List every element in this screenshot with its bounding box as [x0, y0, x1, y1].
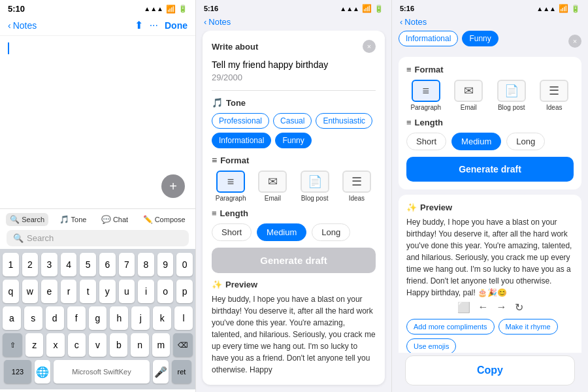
key-o[interactable]: o: [157, 280, 174, 303]
key-0[interactable]: 0: [176, 253, 193, 276]
search-box[interactable]: 🔍 Search: [7, 230, 189, 246]
chip-funny[interactable]: Funny: [275, 133, 311, 148]
format-ideas[interactable]: ☰ Ideas: [338, 171, 376, 202]
len-short-p3[interactable]: Short: [406, 133, 446, 150]
key-d[interactable]: d: [46, 306, 64, 330]
prev-icon[interactable]: ←: [478, 301, 489, 314]
len-long-p3[interactable]: Long: [506, 133, 545, 150]
shift-key[interactable]: ⇧: [3, 333, 22, 357]
num-key[interactable]: 123: [4, 360, 31, 384]
key-l[interactable]: l: [174, 306, 193, 330]
key-i[interactable]: i: [138, 280, 154, 303]
tab-search[interactable]: 🔍 Search: [6, 213, 48, 226]
key-p[interactable]: p: [176, 280, 193, 303]
key-t[interactable]: t: [80, 280, 96, 303]
copy-icon[interactable]: ⬜: [457, 301, 470, 314]
generate-draft-button-p2[interactable]: Generate draft: [212, 248, 376, 273]
key-s[interactable]: s: [24, 306, 42, 330]
key-u[interactable]: u: [119, 280, 135, 303]
next-icon[interactable]: →: [497, 301, 507, 314]
use-emojis-button[interactable]: Use emojis: [406, 338, 456, 353]
format-icon-p2: ≡: [212, 155, 217, 165]
close-button[interactable]: ×: [363, 40, 376, 53]
done-button[interactable]: Done: [165, 20, 188, 31]
length-options-p3: Short Medium Long: [406, 133, 574, 150]
key-y[interactable]: y: [99, 280, 116, 303]
mic-key[interactable]: 🎤: [153, 360, 169, 384]
tab-chat[interactable]: 💬 Chat: [97, 213, 132, 226]
len-medium-p3[interactable]: Medium: [451, 133, 501, 150]
modal-header: Write about ×: [212, 40, 376, 53]
key-r[interactable]: r: [61, 280, 77, 303]
key-5[interactable]: 5: [80, 253, 96, 276]
key-k[interactable]: k: [153, 306, 171, 330]
refresh-icon[interactable]: ↻: [515, 301, 523, 314]
key-1[interactable]: 1: [3, 253, 19, 276]
key-a[interactable]: a: [3, 306, 21, 330]
format-email-p3[interactable]: ✉ Email: [449, 80, 489, 111]
chip-enthusiastic[interactable]: Enthusiastic: [316, 113, 372, 129]
tab-tone[interactable]: 🎵 Tone: [56, 213, 91, 226]
len-long[interactable]: Long: [312, 223, 350, 241]
key-x[interactable]: x: [46, 333, 64, 357]
key-z[interactable]: z: [25, 333, 43, 357]
format-paragraph-p3[interactable]: ≡ Paragraph: [406, 80, 446, 111]
len-medium[interactable]: Medium: [257, 223, 306, 241]
back-button-p1[interactable]: ‹ Notes: [8, 20, 37, 31]
add-compliments-button[interactable]: Add more compliments: [406, 319, 495, 335]
preview-text-p2: Hey buddy, I hope you have a blast on yo…: [212, 293, 376, 376]
space-key[interactable]: Microsoft SwiftKey: [54, 360, 150, 384]
back-label-p2[interactable]: Notes: [208, 17, 231, 27]
key-c[interactable]: c: [68, 333, 86, 357]
back-label-p3[interactable]: Notes: [404, 17, 427, 27]
key-w[interactable]: w: [22, 280, 39, 303]
key-v[interactable]: v: [89, 333, 106, 357]
key-q[interactable]: q: [3, 280, 19, 303]
delete-key[interactable]: ⌫: [173, 333, 193, 357]
write-input[interactable]: Tell my friend happy birthday: [212, 59, 376, 70]
key-7[interactable]: 7: [119, 253, 135, 276]
paragraph-label-p3: Paragraph: [410, 104, 441, 111]
chip-informational-p3[interactable]: Informational: [399, 31, 458, 46]
format-ideas-p3[interactable]: ☰ Ideas: [535, 80, 574, 111]
format-paragraph[interactable]: ≡ Paragraph: [212, 171, 250, 202]
format-blogpost[interactable]: 📄 Blog post: [296, 171, 334, 202]
more-icon[interactable]: ···: [150, 20, 158, 31]
nav-p2: ‹ Notes: [196, 14, 391, 31]
key-8[interactable]: 8: [138, 253, 154, 276]
key-b[interactable]: b: [110, 333, 127, 357]
length-icon-p2: ≡: [212, 208, 217, 218]
key-2[interactable]: 2: [22, 253, 39, 276]
globe-key[interactable]: 🌐: [35, 360, 50, 384]
make-rhyme-button[interactable]: Make it rhyme: [498, 319, 558, 335]
key-j[interactable]: j: [131, 306, 150, 330]
key-3[interactable]: 3: [41, 253, 57, 276]
key-4[interactable]: 4: [61, 253, 77, 276]
copy-button[interactable]: Copy: [405, 355, 575, 385]
chip-informational[interactable]: Informational: [212, 133, 271, 148]
share-icon[interactable]: ⬆: [135, 19, 143, 31]
return-key[interactable]: ret: [172, 360, 191, 384]
chip-casual[interactable]: Casual: [273, 113, 312, 129]
key-e[interactable]: e: [41, 280, 57, 303]
key-g[interactable]: g: [89, 306, 107, 330]
preview-label-p3: ✨ Preview: [406, 203, 574, 212]
len-short[interactable]: Short: [212, 223, 252, 241]
key-f[interactable]: f: [67, 306, 86, 330]
tab-compose[interactable]: ✏️ Compose: [139, 213, 189, 226]
chip-professional[interactable]: Professional: [212, 113, 269, 129]
fab-button[interactable]: +: [161, 174, 185, 198]
format-blogpost-p3[interactable]: 📄 Blog post: [492, 80, 531, 111]
key-9[interactable]: 9: [157, 253, 174, 276]
note-content[interactable]: +: [0, 36, 195, 208]
generate-draft-button-p3[interactable]: Generate draft: [406, 157, 574, 182]
email-label-p3: Email: [461, 104, 477, 111]
key-6[interactable]: 6: [99, 253, 116, 276]
key-n[interactable]: n: [131, 333, 148, 357]
key-h[interactable]: h: [110, 306, 128, 330]
length-label-section-p3: ≡ Length: [406, 118, 574, 127]
key-m[interactable]: m: [152, 333, 170, 357]
chip-funny-p3[interactable]: Funny: [462, 31, 498, 46]
format-email[interactable]: ✉ Email: [253, 171, 291, 202]
close-button-p3[interactable]: ×: [568, 35, 581, 48]
